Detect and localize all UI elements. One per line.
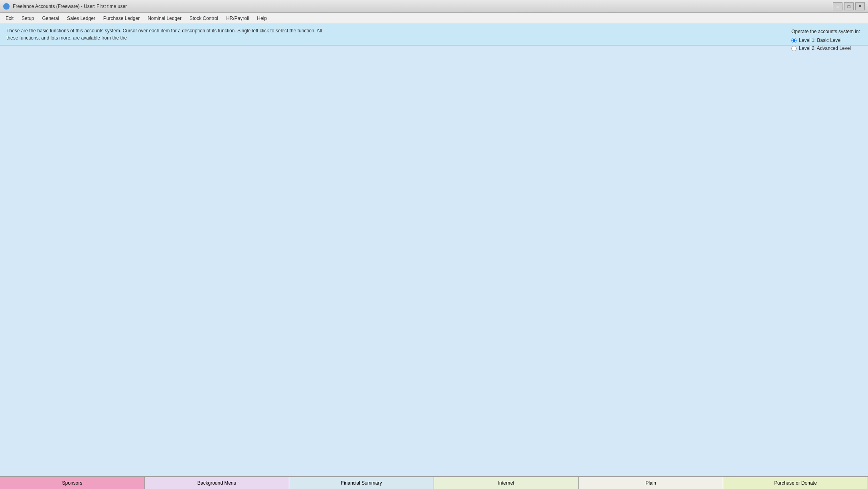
taskbar-sponsors[interactable]: Sponsors (0, 477, 145, 489)
menu-general[interactable]: General (38, 14, 63, 23)
the-text: the (120, 35, 127, 41)
menu-exit[interactable]: Exit (2, 14, 18, 23)
level1-option[interactable]: Level 1: Basic Level (791, 37, 860, 44)
menu-help[interactable]: Help (253, 14, 271, 23)
level1-radio[interactable] (791, 38, 797, 43)
menu-purchase-ledger[interactable]: Purchase Ledger (99, 14, 144, 23)
info-text: These are the basic functions of this ac… (6, 27, 326, 42)
taskbar-plain-label: Plain (645, 480, 656, 486)
menu-bar: Exit Setup General Sales Ledger Purchase… (0, 13, 868, 24)
info-panel: These are the basic functions of this ac… (0, 24, 868, 46)
level1-label: Level 1: Basic Level (799, 37, 842, 44)
taskbar-purchase-donate[interactable]: Purchase or Donate (723, 477, 868, 489)
menu-nominal-ledger[interactable]: Nominal Ledger (144, 14, 185, 23)
level-selector-title: Operate the accounts system in: (791, 28, 860, 35)
level2-radio[interactable] (791, 46, 797, 51)
menu-hr-payroll[interactable]: HR/Payroll (222, 14, 253, 23)
level-selector: Operate the accounts system in: Level 1:… (791, 28, 860, 53)
level2-option[interactable]: Level 2: Advanced Level (791, 45, 860, 52)
taskbar-internet-label: Internet (498, 480, 515, 486)
taskbar-purchase-donate-label: Purchase or Donate (774, 480, 817, 486)
taskbar: Sponsors Background Menu Financial Summa… (0, 476, 868, 489)
taskbar-financial-summary[interactable]: Financial Summary (289, 477, 434, 489)
taskbar-financial-summary-label: Financial Summary (341, 480, 382, 486)
taskbar-internet[interactable]: Internet (434, 477, 579, 489)
menu-sales-ledger[interactable]: Sales Ledger (63, 14, 99, 23)
menu-setup[interactable]: Setup (18, 14, 38, 23)
window-controls: – □ ✕ (833, 2, 865, 10)
app-icon (3, 3, 10, 10)
taskbar-background-menu[interactable]: Background Menu (145, 477, 290, 489)
menu-stock-control[interactable]: Stock Control (185, 14, 222, 23)
app-title: Freelance Accounts (Freeware) - User: Fi… (13, 4, 833, 9)
minimize-button[interactable]: – (833, 2, 842, 10)
info-text-content: These are the basic functions of this ac… (6, 28, 322, 41)
level2-label: Level 2: Advanced Level (799, 45, 851, 52)
taskbar-plain[interactable]: Plain (579, 477, 724, 489)
close-button[interactable]: ✕ (855, 2, 865, 10)
title-bar: Freelance Accounts (Freeware) - User: Fi… (0, 0, 868, 13)
maximize-button[interactable]: □ (844, 2, 854, 10)
taskbar-sponsors-label: Sponsors (62, 480, 82, 486)
taskbar-background-menu-label: Background Menu (197, 480, 236, 486)
